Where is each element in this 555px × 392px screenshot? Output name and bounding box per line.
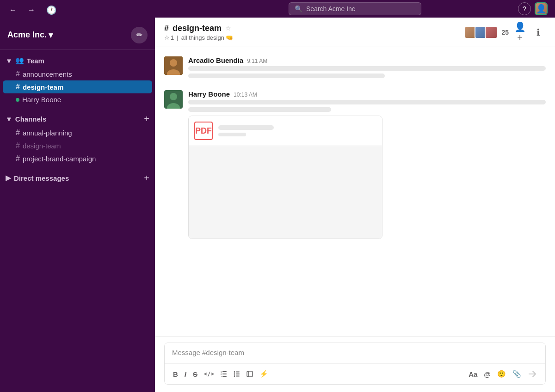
pdf-attachment[interactable]: PDF [188, 116, 382, 239]
hash-icon: # [16, 141, 20, 150]
user-avatar[interactable]: 👤 [535, 2, 548, 15]
sidebar-content: ▼ 👥 Team # announcements # design-team H… [0, 50, 155, 392]
sidebar-item-label: annual-planning [23, 129, 72, 137]
channel-title-row: # design-team ☆ [164, 24, 459, 33]
nav-back-button[interactable]: ← [7, 4, 18, 16]
channel-info-button[interactable]: ℹ [531, 25, 546, 40]
sidebar-item-design-team[interactable]: # design-team [3, 80, 152, 93]
send-button[interactable] [525, 367, 540, 381]
dm-toggle-icon: ▶ [6, 174, 11, 182]
input-toolbar: B I S </> 123 ⚡ Aa @ [165, 363, 545, 384]
svg-rect-8 [222, 376, 227, 377]
svg-rect-6 [222, 371, 227, 372]
dm-section-label: Direct messages [14, 174, 69, 182]
add-member-icon: 👤+ [512, 21, 527, 43]
search-icon: 🔍 [295, 5, 302, 12]
svg-rect-17 [236, 376, 240, 377]
block-button[interactable] [244, 369, 256, 379]
toolbar-divider [274, 369, 274, 379]
workspace-label: Acme Inc. [7, 30, 47, 40]
code-button[interactable]: </> [201, 369, 217, 379]
channels-section-header[interactable]: ▼ Channels + [0, 111, 155, 126]
svg-point-14 [234, 374, 235, 375]
emoji-button[interactable]: 🙂 [494, 368, 509, 380]
compose-icon: ✏ [136, 31, 142, 39]
italic-button[interactable]: I [182, 368, 189, 380]
workspace-name-button[interactable]: Acme Inc. ▾ [7, 30, 131, 40]
team-section-label: Team [27, 57, 44, 65]
nav-history-button[interactable]: 🕐 [44, 3, 58, 17]
msg-line-4 [188, 107, 331, 112]
channel-actions: 25 👤+ ℹ [464, 25, 546, 40]
dm-section-header[interactable]: ▶ Direct messages + [0, 171, 155, 185]
svg-point-16 [234, 375, 235, 377]
sidebar-item-project-brand-campaign[interactable]: # project-brand-campaign [3, 152, 152, 165]
svg-rect-7 [222, 374, 227, 374]
channel-header: # design-team ☆ ☆ 1 | all things design … [155, 18, 555, 47]
message-input-placeholder[interactable]: Message #design-team [165, 343, 545, 363]
message-input-box: Message #design-team B I S </> 123 ⚡ [164, 343, 546, 385]
mention-button[interactable]: @ [481, 368, 493, 380]
svg-rect-13 [236, 372, 240, 373]
workspace-header: Acme Inc. ▾ ✏ [0, 20, 155, 50]
avatar-arcadio[interactable] [164, 56, 183, 75]
format-button[interactable]: Aa [466, 368, 480, 380]
hash-icon: # [16, 83, 20, 91]
sidebar: ← → 🕐 Acme Inc. ▾ ✏ ▼ 👥 Team # announcem… [0, 0, 155, 392]
team-section-header[interactable]: ▼ 👥 Team [0, 54, 155, 67]
attachment-info [218, 125, 376, 136]
avatar-harry[interactable] [164, 90, 183, 109]
channel-hash-icon: # [164, 24, 169, 33]
attachment-preview[interactable] [189, 146, 382, 239]
message-arcadio: Arcadio Buendia 9:11 AM [164, 56, 546, 81]
message-harry: Harry Boone 10:13 AM PDF [164, 90, 546, 239]
attachment-size-line [218, 133, 246, 136]
pdf-icon: PDF [194, 122, 213, 140]
sidebar-item-design-team-muted[interactable]: # design-team [3, 139, 152, 152]
sidebar-item-harry-boone[interactable]: Harry Boone [3, 93, 152, 106]
team-toggle-icon: ▼ [6, 57, 12, 65]
sidebar-item-annual-planning[interactable]: # annual-planning [3, 126, 152, 139]
rating-icon: ☆ [164, 34, 170, 41]
rating-count: 1 [171, 34, 174, 41]
svg-point-4 [170, 93, 177, 100]
nav-top: ← → 🕐 [0, 0, 155, 20]
workflow-button[interactable]: ⚡ [257, 368, 271, 380]
svg-rect-15 [236, 374, 240, 374]
hash-icon: # [16, 154, 20, 163]
msg-time-arcadio: 9:11 AM [247, 58, 267, 64]
channel-subtitle: ☆ 1 | all things design 🤜 [164, 34, 459, 41]
ordered-list-button[interactable]: 123 [218, 369, 230, 379]
member-avatars[interactable] [464, 26, 498, 39]
user-avatar-image: 👤 [536, 3, 547, 14]
channel-rating: ☆ 1 [164, 34, 174, 41]
svg-point-12 [234, 371, 235, 373]
sidebar-item-label: project-brand-campaign [23, 155, 96, 163]
message-input-area: Message #design-team B I S </> 123 ⚡ [155, 337, 555, 392]
harry-avatar-image [164, 90, 183, 109]
message-content-harry: Harry Boone 10:13 AM PDF [188, 90, 546, 239]
subtitle-separator: | [177, 34, 178, 41]
sidebar-item-label: design-team [23, 83, 63, 91]
attach-button[interactable]: 📎 [510, 368, 524, 380]
nav-forward-button[interactable]: → [26, 4, 37, 16]
unordered-list-button[interactable] [231, 369, 243, 379]
compose-button[interactable]: ✏ [131, 27, 148, 43]
search-input[interactable] [306, 5, 415, 12]
svg-point-1 [170, 59, 177, 67]
member-avatar-3[interactable] [485, 26, 498, 39]
sidebar-item-announcements[interactable]: # announcements [3, 67, 152, 80]
search-bar[interactable]: 🔍 [289, 2, 421, 15]
channel-star-icon[interactable]: ☆ [225, 24, 231, 32]
sidebar-item-label: design-team [23, 142, 61, 150]
add-channel-button[interactable]: + [144, 114, 149, 123]
msg-header-arcadio: Arcadio Buendia 9:11 AM [188, 56, 546, 64]
add-dm-button[interactable]: + [144, 173, 149, 183]
help-button[interactable]: ? [518, 2, 531, 15]
msg-sender-arcadio: Arcadio Buendia [188, 56, 243, 64]
bold-button[interactable]: B [170, 368, 181, 380]
member-count: 25 [501, 29, 509, 36]
add-member-button[interactable]: 👤+ [512, 25, 527, 40]
arcadio-avatar-image [164, 56, 183, 75]
strikethrough-button[interactable]: S [190, 368, 200, 380]
